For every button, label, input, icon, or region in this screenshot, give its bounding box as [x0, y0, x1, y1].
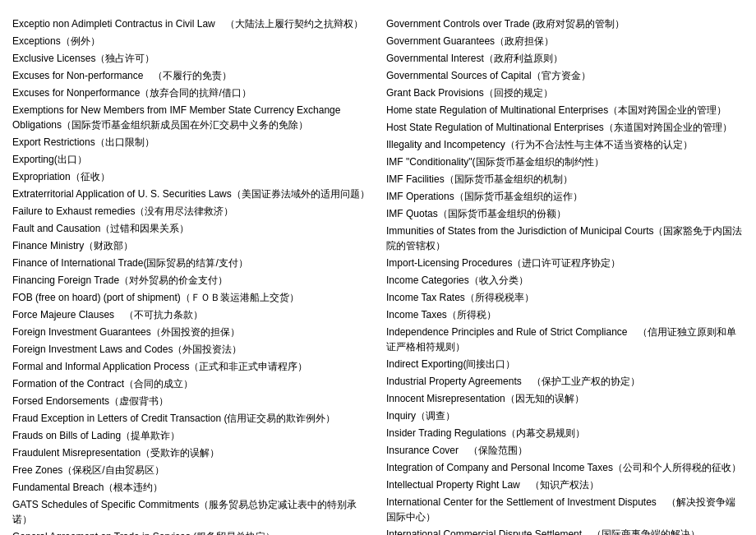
list-item: Finance of International Trade(国际贸易的结算/支… [12, 256, 370, 270]
list-item: Foreign Investment Guarantees（外国投资的担保） [12, 325, 370, 339]
list-item: Force Majeure Clauses （不可抗力条款） [12, 307, 370, 322]
list-item: Excuses for Non-performance （不履行的免责） [12, 68, 370, 83]
list-item: Fraudulent Misrepresentation（受欺诈的误解） [12, 445, 370, 460]
list-item: Frauds on Bills of Lading（提单欺诈） [12, 428, 370, 443]
list-item: Exceptions（例外） [12, 34, 370, 48]
list-item: Income Taxes（所得税） [386, 307, 744, 322]
list-item: Import-Licensing Procedures（进口许可证程序协定） [386, 256, 744, 270]
list-item: IMF "Conditionality"(国际货币基金组织的制约性） [386, 155, 744, 169]
list-item: Integration of Company and Personal Inco… [386, 460, 744, 475]
list-item: Excuses for Nonperformance（放弃合同的抗辩/借口） [12, 85, 370, 100]
list-item: Formal and Informal Application Process（… [12, 359, 370, 374]
list-item: Free Zones（保税区/自由贸易区） [12, 463, 370, 477]
list-item: IMF Operations（国际货币基金组织的运作） [386, 189, 744, 204]
list-item: Host State Regulation of Multinational E… [386, 120, 744, 135]
list-item: Forsed Endorsements（虚假背书） [12, 394, 370, 408]
right-column: Government Controls over Trade (政府对贸易的管制… [386, 16, 744, 535]
main-content: Exceptio non Adimpleti Contractus in Civ… [12, 16, 744, 535]
list-item: Inquiry（调查） [386, 408, 744, 423]
list-item: IMF Quotas（国际货币基金组织的份额） [386, 206, 744, 221]
list-item: Income Tax Rates（所得税税率） [386, 290, 744, 305]
list-item: Governmental Interest（政府利益原则） [386, 51, 744, 66]
list-item: International Center for the Settlement … [386, 495, 744, 524]
list-item: Failure to Exhaust remedies（没有用尽法律救济） [12, 204, 370, 219]
list-item: Home state Regulation of Multinational E… [386, 103, 744, 118]
list-item: FOB (free on hoard) (port of shipment)（Ｆ… [12, 290, 370, 305]
list-item: Industrial Property Agreements （保护工业产权的协… [386, 374, 744, 389]
list-item: Extraterritorial Application of U. S. Se… [12, 187, 370, 201]
list-item: Independence Principles and Rule of Stri… [386, 325, 744, 354]
list-item: Intellectual Property Right Law （知识产权法） [386, 477, 744, 492]
list-item: Insurance Cover （保险范围） [386, 443, 744, 458]
list-item: Insider Trading Regulations（内幕交易规则） [386, 426, 744, 440]
list-item: Grant Back Provisions（回授的规定） [386, 85, 744, 100]
list-item: Indirect Exporting(间接出口） [386, 357, 744, 371]
list-item: IMF Facilities（国际货币基金组织的机制） [386, 172, 744, 187]
list-item: Government Guarantees（政府担保） [386, 34, 744, 48]
list-item: Export Restrictions（出口限制） [12, 135, 370, 150]
list-item: Exceptio non Adimpleti Contractus in Civ… [12, 16, 370, 31]
left-column: Exceptio non Adimpleti Contractus in Civ… [12, 16, 370, 535]
list-item: Government Controls over Trade (政府对贸易的管制… [386, 16, 744, 31]
list-item: Exemptions for New Members from IMF Memb… [12, 103, 370, 132]
list-item: Expropriation（征收） [12, 169, 370, 184]
list-item: Immunities of States from the Jurisdicti… [386, 224, 744, 253]
list-item: Fraud Exception in Letters of Credit Tra… [12, 411, 370, 426]
list-item: Governmental Sources of Capital（官方资金） [386, 68, 744, 83]
list-item: Formation of the Contract（合同的成立） [12, 376, 370, 391]
list-item: Fault and Causation（过错和因果关系） [12, 221, 370, 236]
list-item: Fundamental Breach（根本违约） [12, 480, 370, 495]
list-item: General Agreement on Trade in Services (… [12, 529, 370, 535]
list-item: Financing Foreign Trade（对外贸易的价金支付） [12, 273, 370, 288]
list-item: Finance Ministry（财政部） [12, 238, 370, 253]
list-item: Income Categories（收入分类） [386, 273, 744, 288]
list-item: Exporting(出口） [12, 152, 370, 167]
list-item: Exclusive Licenses（独占许可） [12, 51, 370, 66]
list-item: Foreign Investment Laws and Codes（外国投资法） [12, 342, 370, 357]
list-item: Illegality and Incompetency（行为不合法性与主体不适当… [386, 137, 744, 152]
list-item: Innocent Misrepresentation（因无知的误解） [386, 391, 744, 406]
list-item: International Commercial Dispute Settlem… [386, 527, 744, 535]
list-item: GATS Schedules of Specific Commitments（服… [12, 497, 370, 527]
